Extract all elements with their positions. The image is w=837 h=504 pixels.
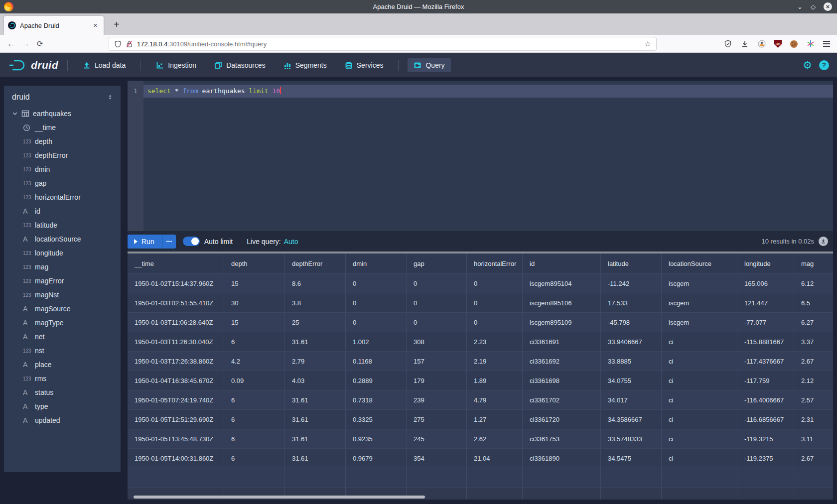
table-cell[interactable]: 0.09 <box>224 371 285 390</box>
table-cell[interactable]: iscgem <box>662 293 737 312</box>
table-cell[interactable]: 3.37 <box>794 332 833 351</box>
table-cell[interactable]: 2.57 <box>794 390 833 409</box>
table-cell[interactable]: 2.62 <box>467 429 523 448</box>
druid-logo[interactable]: druid <box>8 59 58 72</box>
table-cell[interactable]: 31.61 <box>285 429 346 448</box>
table-cell[interactable]: 0 <box>467 274 523 293</box>
table-cell[interactable]: ci <box>662 371 737 390</box>
table-cell[interactable]: 0 <box>407 274 467 293</box>
table-cell[interactable]: 1.27 <box>467 410 523 429</box>
table-cell[interactable]: 0.9235 <box>346 429 407 448</box>
sidebar-item-column[interactable]: Aplace <box>4 358 121 372</box>
table-cell[interactable]: 33.8885 <box>601 352 662 371</box>
table-cell[interactable]: ci3361753 <box>523 429 601 448</box>
column-header[interactable]: latitude <box>601 253 662 273</box>
table-cell[interactable]: 0.2889 <box>346 371 407 390</box>
table-cell[interactable]: ci3361691 <box>523 332 601 351</box>
chevron-down-icon[interactable] <box>12 111 18 117</box>
table-cell[interactable]: 34.3586667 <box>601 410 662 429</box>
table-cell[interactable]: -117.759 <box>737 371 794 390</box>
nav-services[interactable]: Services <box>339 58 390 72</box>
table-cell[interactable]: 31.61 <box>285 390 346 409</box>
column-header[interactable]: longitude <box>737 253 794 273</box>
table-cell[interactable]: 1.89 <box>467 371 523 390</box>
table-cell[interactable]: 4.2 <box>224 352 285 371</box>
table-cell[interactable]: -116.6856667 <box>737 410 794 429</box>
table-cell[interactable]: 0.1168 <box>346 352 407 371</box>
reload-icon[interactable]: ⟳ <box>37 40 43 47</box>
table-cell[interactable]: -45.798 <box>601 313 662 332</box>
column-header[interactable]: gap <box>407 253 467 273</box>
table-cell[interactable]: ci <box>662 429 737 448</box>
column-header[interactable]: dmin <box>346 253 407 273</box>
table-cell[interactable]: iscgem895104 <box>523 274 601 293</box>
table-cell[interactable]: 21.04 <box>467 449 523 468</box>
table-cell[interactable]: 1950-01-03T11:26:30.040Z <box>128 332 224 351</box>
table-cell[interactable]: 6 <box>224 410 285 429</box>
table-cell[interactable]: 239 <box>407 390 467 409</box>
table-cell[interactable]: 17.533 <box>601 293 662 312</box>
sidebar-item-column[interactable]: Aupdated <box>4 413 121 427</box>
table-cell[interactable]: ci <box>662 390 737 409</box>
ublock-origin-icon[interactable]: uO <box>774 40 782 48</box>
sidebar-item-column[interactable]: 123gap <box>4 176 121 190</box>
table-cell[interactable]: -116.4006667 <box>737 390 794 409</box>
table-cell[interactable]: 1.002 <box>346 332 407 351</box>
table-cell[interactable]: 179 <box>407 371 467 390</box>
sort-carets-icon[interactable] <box>107 94 114 101</box>
table-cell[interactable]: -115.8881667 <box>737 332 794 351</box>
table-cell[interactable]: 1950-01-02T15:14:37.960Z <box>128 274 224 293</box>
sidebar-item-column[interactable]: 123magError <box>4 274 121 288</box>
table-cell[interactable]: 0 <box>346 313 407 332</box>
table-cell[interactable]: 1950-01-05T12:51:29.690Z <box>128 410 224 429</box>
table-cell[interactable]: 6.12 <box>794 274 833 293</box>
window-maximize-icon[interactable]: ◇ <box>811 3 816 10</box>
table-cell[interactable]: 354 <box>407 449 467 468</box>
table-cell[interactable]: 34.017 <box>601 390 662 409</box>
table-cell[interactable]: 1950-01-05T14:00:31.860Z <box>128 449 224 468</box>
table-cell[interactable]: 165.006 <box>737 274 794 293</box>
table-cell[interactable]: 2.19 <box>467 352 523 371</box>
auto-limit-toggle[interactable] <box>183 237 200 246</box>
nav-query[interactable]: Query <box>408 58 450 72</box>
sidebar-item-earthquakes[interactable]: earthquakes <box>4 107 121 121</box>
table-cell[interactable]: 0 <box>346 293 407 312</box>
sidebar-item-column[interactable]: Astatus <box>4 385 121 399</box>
table-cell[interactable]: 6 <box>224 449 285 468</box>
table-cell[interactable]: 157 <box>407 352 467 371</box>
nav-ingestion[interactable]: Ingestion <box>150 58 202 72</box>
insecure-lock-icon[interactable] <box>126 40 133 48</box>
table-cell[interactable]: 4.79 <box>467 390 523 409</box>
table-cell[interactable]: 25 <box>285 313 346 332</box>
sidebar-item-column[interactable]: 123dmin <box>4 162 121 176</box>
sidebar-item-column[interactable]: 123depth <box>4 134 121 148</box>
table-cell[interactable]: -119.2375 <box>737 449 794 468</box>
table-cell[interactable]: -117.4376667 <box>737 352 794 371</box>
column-header[interactable]: depthError <box>285 253 346 273</box>
table-cell[interactable]: ci3361890 <box>523 449 601 468</box>
column-header[interactable]: id <box>523 253 601 273</box>
window-close-icon[interactable]: ✕ <box>824 2 832 11</box>
column-header[interactable]: depth <box>224 253 285 273</box>
table-cell[interactable]: 0.7318 <box>346 390 407 409</box>
table-cell[interactable]: ci <box>662 449 737 468</box>
table-cell[interactable]: iscgem895109 <box>523 313 601 332</box>
run-button[interactable]: Run <box>128 235 162 249</box>
horizontal-scrollbar[interactable] <box>134 496 425 499</box>
sidebar-item-column[interactable]: 123rms <box>4 372 121 385</box>
tab-close-icon[interactable]: ✕ <box>91 21 100 30</box>
table-cell[interactable]: 308 <box>407 332 467 351</box>
sidebar-item-column[interactable]: 123horizontalError <box>4 190 121 204</box>
sidebar-item-column[interactable]: 123mag <box>4 260 121 274</box>
sidebar-item-column[interactable]: 123magNst <box>4 288 121 302</box>
sidebar-item-column[interactable]: 123depthError <box>4 148 121 162</box>
column-header[interactable]: __time <box>128 253 224 273</box>
url-text[interactable]: 172.18.0.4:30109/unified-console.html#qu… <box>137 40 641 48</box>
table-cell[interactable]: 15 <box>224 274 285 293</box>
table-cell[interactable]: 4.03 <box>285 371 346 390</box>
table-cell[interactable]: 1950-01-05T07:24:19.740Z <box>128 390 224 409</box>
column-header[interactable]: horizontalError <box>467 253 523 273</box>
sidebar-item-column[interactable]: 123latitude <box>4 218 121 232</box>
table-cell[interactable]: 31.61 <box>285 410 346 429</box>
table-cell[interactable]: iscgem <box>662 274 737 293</box>
